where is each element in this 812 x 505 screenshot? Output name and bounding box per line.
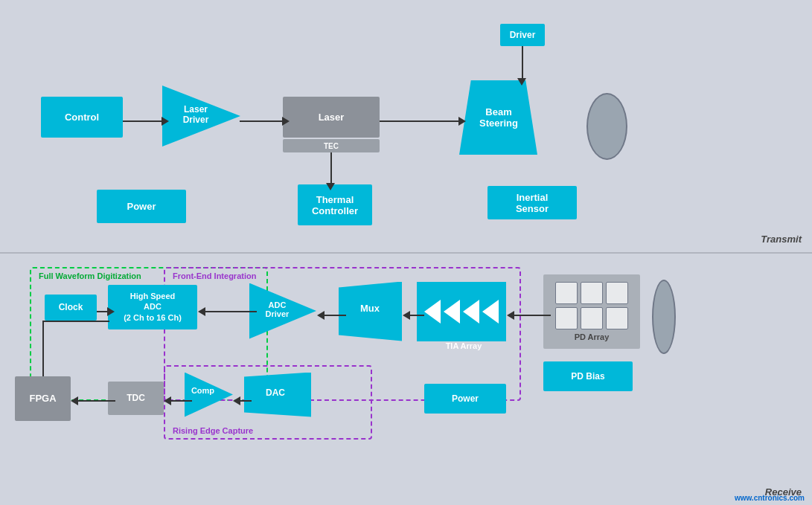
pd-cell-1 xyxy=(555,282,578,304)
full-waveform-label: Full Waveform Digitization xyxy=(39,271,141,280)
power-label-receive: Power xyxy=(452,393,479,404)
receive-section: Full Waveform Digitization Front-End Int… xyxy=(0,254,812,506)
transmit-lens xyxy=(586,93,627,160)
arrow-pd-tia xyxy=(507,311,551,320)
arrow-tia-mux xyxy=(403,311,424,320)
arrow-tec-thermal xyxy=(330,152,332,184)
pd-cell-3 xyxy=(606,282,628,304)
laser-box: Laser xyxy=(283,97,380,138)
tdc-label: TDC xyxy=(127,393,145,403)
arrow-adc-hspeed xyxy=(198,307,257,316)
watermark: www.cntronics.com xyxy=(735,494,805,502)
pd-cell-5 xyxy=(581,307,603,329)
arrow-driver-beamsteering-v xyxy=(522,46,523,80)
transmit-label: Transmit xyxy=(761,234,802,245)
fpga-box: FPGA xyxy=(15,376,71,421)
fpga-label: FPGA xyxy=(29,393,56,404)
main-container: Control Power Laser Driver Laser TEC The… xyxy=(0,0,812,505)
pd-array-label: PD Array xyxy=(575,332,610,341)
clock-label: Clock xyxy=(59,302,83,312)
pd-array-box: PD Array xyxy=(543,274,640,349)
arrow-control-laserdriver xyxy=(123,117,169,126)
arrow-tec-thermal-head xyxy=(326,183,335,190)
arrow-dac-comp xyxy=(233,396,252,405)
arrow-laser-beamsteering xyxy=(380,117,466,126)
high-speed-adc-box: High Speed ADC (2 Ch to 16 Ch) xyxy=(108,285,197,329)
arrow-mux-adc xyxy=(317,311,346,320)
mux-shape xyxy=(339,282,402,341)
arrow-clock-hspeed xyxy=(97,307,115,316)
pd-bias-label: PD Bias xyxy=(571,371,604,382)
pd-grid xyxy=(555,282,628,329)
dac-shape xyxy=(244,373,311,417)
tia-tri-2 xyxy=(444,300,460,324)
thermal-label: Thermal Controller xyxy=(312,194,358,216)
arrow-laserdriver-laser xyxy=(240,117,290,126)
laser-driver-shape xyxy=(162,86,240,147)
tia-tri-1 xyxy=(424,300,441,324)
arrow-comp-tdc xyxy=(164,396,192,405)
tia-triangles xyxy=(424,300,499,324)
driver-box: Driver xyxy=(500,24,545,46)
arrow-tdc-fpga xyxy=(71,396,115,405)
pd-cell-2 xyxy=(581,282,603,304)
rising-edge-label: Rising Edge Capture xyxy=(173,426,253,435)
power-box-transmit: Power xyxy=(97,190,186,223)
receive-lens xyxy=(652,280,676,354)
transmit-section: Control Power Laser Driver Laser TEC The… xyxy=(0,0,812,254)
driver-label: Driver xyxy=(510,30,536,40)
tia-tri-3 xyxy=(463,300,479,324)
power-box-receive: Power xyxy=(424,384,506,414)
line-fpga-v xyxy=(42,329,44,376)
laser-label: Laser xyxy=(319,112,345,123)
pd-bias-box: PD Bias xyxy=(543,361,633,391)
line-clock-h xyxy=(42,321,109,322)
tec-box: TEC xyxy=(283,139,380,152)
tia-shape xyxy=(417,282,506,341)
line-clock-down xyxy=(42,321,44,332)
pd-cell-4 xyxy=(555,307,578,329)
tdc-box: TDC xyxy=(108,382,164,415)
front-end-label: Front-End Integration xyxy=(173,271,256,280)
thermal-controller-box: Thermal Controller xyxy=(298,184,372,225)
control-label: Control xyxy=(65,112,99,123)
beam-steering-shape xyxy=(459,80,537,155)
control-box: Control xyxy=(41,97,123,138)
hspeed-label: High Speed ADC (2 Ch to 16 Ch) xyxy=(124,291,182,323)
inertial-sensor-box: Inertial Sensor xyxy=(487,186,577,219)
tia-tri-4 xyxy=(482,300,499,324)
arrow-driver-beamsteering-h xyxy=(517,78,526,86)
inertial-label: Inertial Sensor xyxy=(516,192,549,214)
pd-cell-6 xyxy=(606,307,628,329)
tec-label: TEC xyxy=(324,142,339,150)
clock-box: Clock xyxy=(45,295,97,321)
power-label: Power xyxy=(127,201,156,212)
